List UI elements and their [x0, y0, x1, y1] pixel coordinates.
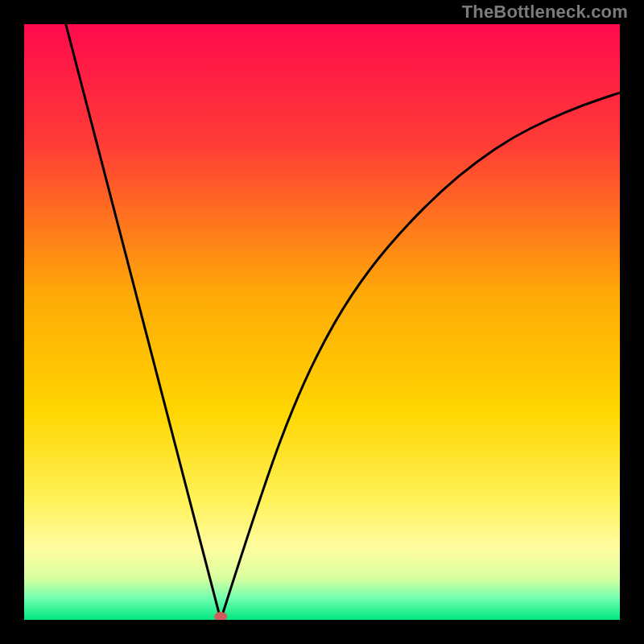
outer-frame: TheBottleneck.com — [0, 0, 644, 644]
watermark-text: TheBottleneck.com — [462, 2, 628, 23]
chart-background — [24, 24, 620, 620]
bottleneck-chart — [24, 24, 620, 620]
